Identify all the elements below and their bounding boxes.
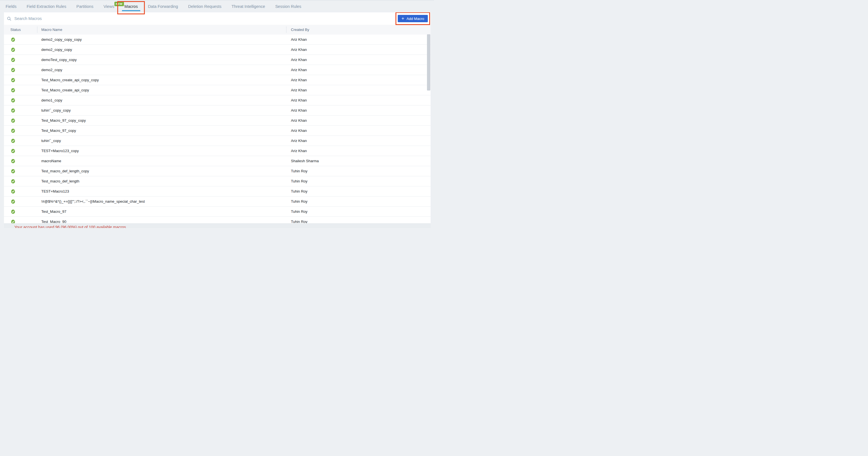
table-row[interactable]: demo1_copy Ariz Khan (4, 95, 431, 105)
tab-macros[interactable]: Macros (125, 1, 138, 12)
table-row[interactable]: demo2_copy_copy Ariz Khan (4, 45, 431, 55)
macro-name-cell: Test_Macro_97_copy_copy (37, 116, 286, 125)
status-enabled-icon (11, 48, 15, 52)
active-tab-underline (122, 10, 141, 11)
toolbar: + Add Macro (4, 12, 431, 25)
tab-label: Threat Intelligence (231, 4, 265, 9)
annotation-box-add-macro: + Add Macro (396, 12, 430, 25)
tab-threat-intelligence[interactable]: Threat Intelligence (231, 1, 265, 12)
macro-name-cell: Test_macro_def_length (37, 176, 286, 186)
status-enabled-icon (11, 58, 15, 62)
macro-name-cell: macroName (37, 156, 286, 166)
created-by-cell: Tuhin Roy (286, 186, 431, 196)
macro-name-cell: Test_Macro_create_api_copy_copy (37, 75, 286, 85)
status-cell (4, 176, 37, 186)
created-by-cell: Ariz Khan (286, 75, 431, 85)
macro-name-cell: demo2_copy (37, 65, 286, 75)
status-enabled-icon (11, 68, 15, 72)
created-by-cell: Ariz Khan (286, 95, 431, 105)
macro-name-cell: Test_macro_def_length_copy (37, 166, 286, 176)
tab-data-forwarding[interactable]: Data Forwarding (148, 1, 178, 12)
macro-name-cell: Test_Macro_97_copy (37, 126, 286, 135)
tab-views[interactable]: Views NEW (103, 1, 114, 12)
macro-name-cell: TEST+Macro123_copy (37, 146, 286, 156)
table-row[interactable]: Test_Macro_create_api_copy Ariz Khan (4, 85, 431, 95)
tab-session-rules[interactable]: Session Rules (275, 1, 301, 12)
table-row[interactable]: macroName Shailesh Sharma (4, 156, 431, 166)
tab-deletion-requests[interactable]: Deletion Requests (188, 1, 221, 12)
created-by-cell: Ariz Khan (286, 105, 431, 115)
tab-partitions[interactable]: Partitions (76, 1, 93, 12)
status-enabled-icon (11, 139, 15, 143)
created-by-cell: Tuhin Roy (286, 176, 431, 186)
column-header-macro-name: Macro Name (37, 25, 286, 35)
status-cell (4, 105, 37, 115)
table-row[interactable]: Test_macro_def_length_copy Tuhin Roy (4, 166, 431, 176)
tab-label: Deletion Requests (188, 4, 221, 9)
status-cell (4, 166, 37, 176)
created-by-cell: Ariz Khan (286, 85, 431, 95)
status-cell (4, 85, 37, 95)
vertical-scrollbar-thumb[interactable] (427, 34, 430, 91)
created-by-cell: Ariz Khan (286, 65, 431, 75)
table-row[interactable]: demo2_copy Ariz Khan (4, 65, 431, 75)
status-enabled-icon (11, 98, 15, 102)
macro-name-cell: !#@$%^&*()_+={}[]"';:/?><,.``~||\Macro_n… (37, 196, 286, 206)
new-badge: NEW (115, 2, 124, 6)
macro-name-cell: demo2_copy_copy_copy (37, 35, 286, 44)
status-cell (4, 95, 37, 105)
table-row[interactable]: Test_Macro_97_copy Ariz Khan (4, 126, 431, 136)
created-by-cell: Ariz Khan (286, 45, 431, 55)
column-header-created-by: Created By (286, 25, 431, 35)
macro-name-cell: Test_Macro_create_api_copy (37, 85, 286, 95)
status-enabled-icon (11, 108, 15, 113)
status-enabled-icon (11, 169, 15, 174)
tab-label: Macros (125, 4, 138, 9)
table-row[interactable]: tuhin'`_copy_copy Ariz Khan (4, 105, 431, 116)
table-row[interactable]: Test_Macro_97_copy_copy Ariz Khan (4, 116, 431, 126)
status-enabled-icon (11, 149, 15, 153)
macro-name-cell: tuhin'`_copy (37, 136, 286, 146)
status-enabled-icon (11, 209, 15, 214)
status-cell (4, 196, 37, 206)
table-row[interactable]: tuhin'`_copy Ariz Khan (4, 136, 431, 146)
macro-name-cell: demo1_copy (37, 95, 286, 105)
status-cell (4, 146, 37, 156)
created-by-cell: Ariz Khan (286, 35, 431, 44)
created-by-cell: Tuhin Roy (286, 166, 431, 176)
macro-name-cell: demoTest_copy_copy (37, 55, 286, 65)
tab-field-extraction-rules[interactable]: Field Extraction Rules (27, 1, 66, 12)
search-icon (7, 17, 11, 21)
macro-name-cell: tuhin'`_copy_copy (37, 105, 286, 115)
table-row[interactable]: demo2_copy_copy_copy Ariz Khan (4, 35, 431, 45)
table-row[interactable]: !#@$%^&*()_+={}[]"';:/?><,.``~||\Macro_n… (4, 196, 431, 207)
search-input[interactable] (14, 16, 135, 21)
add-macro-button[interactable]: + Add Macro (398, 15, 428, 22)
tab-label: Field Extraction Rules (27, 4, 66, 9)
table-row[interactable]: Test_Macro_create_api_copy_copy Ariz Kha… (4, 75, 431, 85)
macro-name-cell: Test_Macro_97 (37, 207, 286, 216)
created-by-cell: Ariz Khan (286, 146, 431, 156)
created-by-cell: Ariz Khan (286, 116, 431, 125)
add-macro-button-label: Add Macro (406, 17, 424, 21)
status-enabled-icon (11, 118, 15, 123)
created-by-cell: Shailesh Sharma (286, 156, 431, 166)
tab-fields[interactable]: Fields (6, 1, 17, 12)
table-row[interactable]: demoTest_copy_copy Ariz Khan (4, 55, 431, 65)
macros-table-body: demo2_copy_copy_copy Ariz Khan demo2_cop… (4, 35, 431, 227)
status-cell (4, 136, 37, 146)
created-by-cell: Ariz Khan (286, 55, 431, 65)
table-row[interactable]: TEST+Macro123 Tuhin Roy (4, 186, 431, 196)
status-cell (4, 186, 37, 196)
status-cell (4, 35, 37, 44)
table-row[interactable]: Test_Macro_97 Tuhin Roy (4, 207, 431, 217)
created-by-cell: Tuhin Roy (286, 196, 431, 206)
status-enabled-icon (11, 159, 15, 163)
table-row[interactable]: TEST+Macro123_copy Ariz Khan (4, 146, 431, 156)
status-cell (4, 45, 37, 55)
created-by-cell: Ariz Khan (286, 126, 431, 135)
column-header-status: Status (4, 25, 37, 35)
table-row[interactable]: Test_macro_def_length Tuhin Roy (4, 176, 431, 186)
tab-label: Fields (6, 4, 17, 9)
status-enabled-icon (11, 88, 15, 92)
